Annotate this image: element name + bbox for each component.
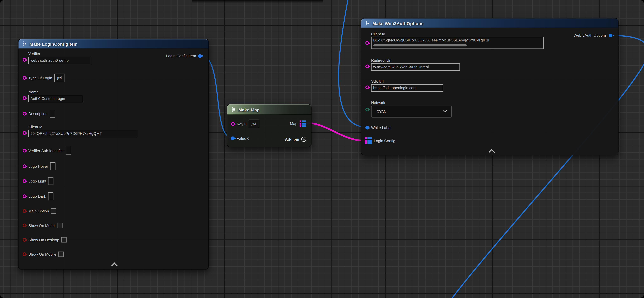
pin-label-login-config: Login Config xyxy=(374,139,395,143)
pin-verifier-sub-identifier[interactable] xyxy=(22,149,26,152)
pin-label-network: Network xyxy=(371,101,452,105)
type-of-login-input[interactable]: jwt xyxy=(54,74,65,82)
redirect-url-input[interactable]: w3a://com.w3a.Web3AuthUnreal xyxy=(371,63,460,70)
pin-label-logo-dark: Logo Dark xyxy=(28,194,46,198)
collapse-node-chevron-icon[interactable] xyxy=(488,149,495,156)
pin-label-redirect-url: Redirect Url xyxy=(371,58,460,62)
add-pin-button[interactable] xyxy=(301,137,306,142)
name-input[interactable]: Auth0 Custom Login xyxy=(28,95,83,102)
pin-show-on-desktop[interactable] xyxy=(22,238,26,242)
pin-show-on-mobile[interactable] xyxy=(22,252,26,256)
node-header[interactable]: Make Web3AuthOptions xyxy=(361,18,618,28)
make-map-icon xyxy=(230,107,236,112)
pin-network[interactable] xyxy=(365,108,369,112)
pin-client-id[interactable] xyxy=(22,131,26,135)
client-id-scrollbar[interactable] xyxy=(373,44,467,46)
pin-sdk-url[interactable] xyxy=(365,86,369,89)
pin-main-option[interactable] xyxy=(22,209,26,213)
client-id-input[interactable]: 294QRkchfq2YaXUbPri7D6PH7xzHgQMT xyxy=(28,130,137,137)
add-pin-label: Add pin xyxy=(285,137,299,141)
pin-web3auth-options-output[interactable] xyxy=(608,34,612,37)
pin-redirect-url[interactable] xyxy=(365,64,369,68)
verifier-input[interactable]: web3auth-auth0-demo xyxy=(28,57,91,64)
output-pin-label: Web 3Auth Options xyxy=(574,33,606,38)
node-make-map[interactable]: Make Map Key 0 jwt Map Value 0 Add pin xyxy=(227,104,312,147)
pin-label-client-id: Client Id xyxy=(371,32,544,36)
pin-logo-dark[interactable] xyxy=(22,194,26,198)
pin-label-sdk-url: Sdk Url xyxy=(371,79,443,84)
pin-label-logo-light: Logo Light xyxy=(28,179,46,183)
pin-label-value0: Value 0 xyxy=(237,136,249,140)
logo-dark-input[interactable] xyxy=(48,192,53,200)
make-struct-icon xyxy=(364,20,370,26)
main-option-checkbox[interactable] xyxy=(51,208,56,214)
pin-verifier[interactable] xyxy=(22,58,26,62)
pin-key0[interactable] xyxy=(231,122,235,126)
logo-hover-input[interactable] xyxy=(50,162,56,170)
node-make-web3authoptions[interactable]: Make Web3AuthOptions Web 3Auth Options C… xyxy=(361,18,618,156)
pin-type-of-login[interactable] xyxy=(22,76,26,80)
pin-value0[interactable] xyxy=(231,136,235,140)
node-title: Make LoginConfigItem xyxy=(30,41,78,46)
show-on-mobile-checkbox[interactable] xyxy=(58,252,64,257)
pin-logo-hover[interactable] xyxy=(22,164,26,168)
pin-name[interactable] xyxy=(22,96,26,100)
node-title: Make Map xyxy=(238,107,260,112)
pin-label-key0: Key 0 xyxy=(237,122,246,126)
show-on-desktop-checkbox[interactable] xyxy=(61,237,66,242)
node-make-loginconfigitem[interactable]: Make LoginConfigItem Login Config Item V… xyxy=(18,39,209,270)
pin-label-description: Description xyxy=(28,112,48,116)
description-input[interactable] xyxy=(50,110,55,118)
offscreen-node-shadow xyxy=(192,0,323,3)
pin-label-verifier: Verifier xyxy=(28,52,91,56)
pin-label-show-on-desktop: Show On Desktop xyxy=(28,238,59,242)
wire-map-to-login-config[interactable] xyxy=(305,123,364,140)
graph-canvas[interactable]: Make LoginConfigItem Login Config Item V… xyxy=(0,0,644,298)
pin-label-logo-hover: Logo Hover xyxy=(28,164,48,168)
pin-description[interactable] xyxy=(22,112,26,116)
verifier-sub-identifier-input[interactable] xyxy=(66,147,71,154)
pin-label-main-option: Main Option xyxy=(28,209,49,213)
pin-white-label[interactable] xyxy=(365,126,369,130)
collapse-node-chevron-icon[interactable] xyxy=(111,262,118,269)
key0-input[interactable]: jwt xyxy=(248,120,259,128)
pin-map-output[interactable] xyxy=(300,120,306,127)
node-title: Make Web3AuthOptions xyxy=(372,21,424,26)
pin-label-show-on-mobile: Show On Mobile xyxy=(28,252,56,256)
output-pin-label: Login Config Item xyxy=(166,54,196,58)
pin-logo-light[interactable] xyxy=(22,179,26,183)
client-id-input[interactable]: BEglQSgt4cUWcj6SKRdu5QkOXTsePmMcusG5EAoy… xyxy=(371,37,544,49)
node-header[interactable]: Make LoginConfigItem xyxy=(18,39,208,49)
make-struct-icon xyxy=(22,41,27,46)
pin-label-map-output: Map xyxy=(290,122,297,126)
chevron-down-icon xyxy=(443,108,447,112)
logo-light-input[interactable] xyxy=(48,177,54,185)
pin-label-verifier-sub-identifier: Verifier Sub Identifier xyxy=(28,148,64,152)
pin-label-white-label: White Label xyxy=(371,126,391,130)
pin-label-show-on-modal: Show On Modal xyxy=(28,223,56,228)
network-selected-value: CYAN xyxy=(376,110,386,114)
pin-login-config[interactable] xyxy=(365,137,372,144)
blueprint-editor: Make LoginConfigItem Login Config Item V… xyxy=(0,0,644,298)
pin-login-config-item-output[interactable] xyxy=(198,54,202,58)
show-on-modal-checkbox[interactable] xyxy=(58,223,63,228)
pin-label-client-id: Client Id xyxy=(28,125,137,129)
pin-client-id[interactable] xyxy=(365,41,369,45)
pin-label-name: Name xyxy=(28,90,83,94)
pin-label-type-of-login: Type Of Login xyxy=(28,76,52,80)
sdk-url-input[interactable]: https://sdk.openlogin.com xyxy=(371,84,443,92)
node-header[interactable]: Make Map xyxy=(227,104,311,115)
pin-show-on-modal[interactable] xyxy=(22,224,26,228)
network-dropdown[interactable]: CYAN xyxy=(371,106,452,118)
